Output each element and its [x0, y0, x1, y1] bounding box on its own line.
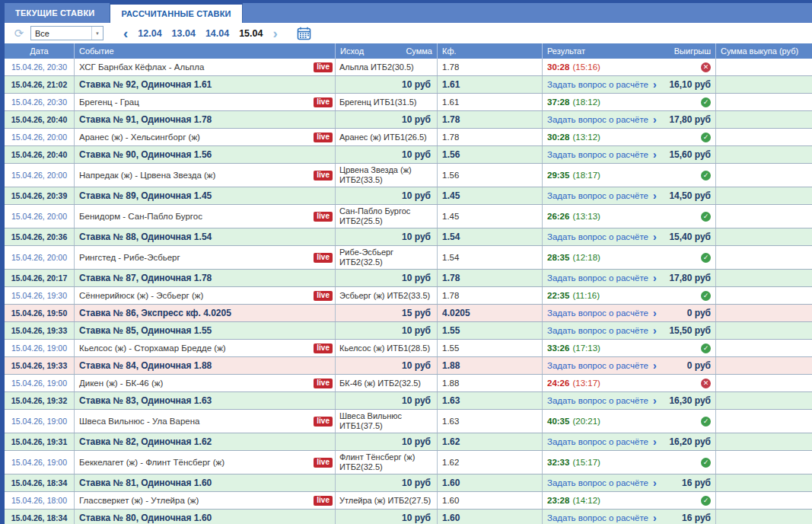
score: 37:28 (18:12): [547, 97, 600, 107]
buyback-cell: [716, 164, 812, 187]
date-link-selected[interactable]: 15.04: [239, 28, 263, 39]
match-row: 15.04.26, 20:00 Аранес (ж) - Хельсингбор…: [5, 129, 812, 146]
score-main: 37:28: [547, 97, 569, 107]
sum-cell: 10 руб: [336, 474, 438, 491]
buyback-cell: [716, 59, 812, 75]
coef-cell: 1.45: [438, 205, 543, 228]
sum-cell: 10 руб: [336, 111, 438, 128]
link-chevron-icon: ›: [653, 514, 657, 522]
coef-cell: 1.88: [438, 357, 543, 374]
ask-question-link[interactable]: Задать вопрос о расчёте ›: [547, 115, 657, 124]
coef-cell: 1.55: [438, 322, 543, 339]
win-amount: 16,30 руб: [669, 395, 711, 406]
ask-question-link[interactable]: Задать вопрос о расчёте ›: [547, 80, 657, 89]
sum-cell: 10 руб: [336, 76, 438, 93]
ask-question-link[interactable]: Задать вопрос о расчёте ›: [547, 232, 657, 241]
prev-date-chevron-icon[interactable]: ‹: [122, 27, 129, 40]
event-label: Дикен (ж) - БК-46 (ж): [79, 379, 163, 388]
score-halftime: (18:12): [572, 97, 600, 107]
buyback-cell: [716, 510, 812, 524]
check-icon: ✓: [701, 458, 711, 468]
ask-question-link[interactable]: Задать вопрос о расчёте ›: [547, 308, 657, 318]
result-cell: 30:28 (15:16) ✕: [543, 59, 716, 75]
score: 40:35 (20:21): [547, 417, 600, 426]
cross-icon: ✕: [701, 62, 711, 72]
score-halftime: (17:13): [572, 343, 600, 353]
ask-question-link[interactable]: Задать вопрос о расчёте ›: [547, 273, 657, 283]
link-chevron-icon: ›: [653, 397, 657, 405]
bet-title-cell: Ставка № 91, Одиночная 1.78: [75, 111, 336, 128]
live-badge: live: [314, 212, 333, 222]
ask-question-link[interactable]: Задать вопрос о расчёте ›: [547, 478, 657, 487]
date-cell: 15.04.26, 20:00: [5, 246, 75, 269]
event-cell: Глассверкет (ж) - Утлейра (ж) live: [75, 492, 336, 509]
bet-row: 15.04.26, 20:40 Ставка № 91, Одиночная 1…: [5, 111, 812, 129]
buyback-cell: [716, 451, 812, 474]
ask-question-link[interactable]: Задать вопрос о расчёте ›: [547, 513, 657, 522]
filter-dropdown[interactable]: Все ▼: [30, 26, 103, 40]
link-chevron-icon: ›: [653, 309, 657, 318]
score: 29:35 (18:17): [547, 171, 600, 180]
sum-cell: 10 руб: [336, 187, 438, 204]
cross-icon: ✕: [701, 379, 711, 388]
tab-calculated-bets[interactable]: РАССЧИТАННЫЕ СТАВКИ: [110, 3, 242, 23]
date-cell: 15.04.26, 20:00: [5, 129, 75, 145]
ask-question-label: Задать вопрос о расчёте: [547, 478, 648, 487]
header-win: Выигрыш: [674, 46, 711, 56]
result-cell: 33:26 (17:13) ✓: [543, 340, 716, 356]
date-link[interactable]: 12.04: [138, 28, 161, 39]
result-cell: Задать вопрос о расчёте › 16,20 руб: [543, 433, 716, 450]
bet-row: 15.04.26, 21:02 Ставка № 92, Одиночная 1…: [5, 76, 812, 94]
ask-question-link[interactable]: Задать вопрос о расчёте ›: [547, 326, 657, 335]
date-cell: 15.04.26, 21:02: [5, 76, 75, 93]
event-cell: Аранес (ж) - Хельсингборг (ж) live: [75, 129, 336, 145]
coef-cell: 1.78: [438, 287, 543, 304]
result-cell: 40:35 (20:21) ✓: [543, 410, 716, 433]
score: 23:28 (14:12): [547, 496, 600, 505]
bet-title-cell: Ставка № 90, Одиночная 1.56: [75, 146, 336, 163]
tab-current-bets[interactable]: ТЕКУЩИЕ СТАВКИ: [5, 3, 105, 23]
coef-cell: 4.0205: [438, 305, 543, 321]
result-cell: 29:35 (18:17) ✓: [543, 164, 716, 187]
ask-question-link[interactable]: Задать вопрос о расчёте ›: [547, 191, 657, 200]
score: 30:28 (13:12): [547, 133, 600, 142]
event-cell: ХСГ Барнбах Кёфлах - Альпла live: [75, 59, 336, 75]
coef-cell: 1.78: [438, 59, 543, 75]
ask-question-link[interactable]: Задать вопрос о расчёте ›: [547, 150, 657, 159]
date-link[interactable]: 13.04: [172, 28, 196, 39]
header-coef: Кф.: [438, 43, 543, 59]
ask-question-label: Задать вопрос о расчёте: [547, 326, 648, 335]
bet-title-cell: Ставка № 87, Одиночная 1.78: [75, 270, 336, 286]
bet-title-cell: Ставка № 83, Одиночная 1.63: [75, 392, 336, 409]
win-amount: 17,80 руб: [669, 114, 711, 125]
sum-cell: 10 руб: [336, 510, 438, 524]
date-link[interactable]: 14.04: [205, 28, 229, 39]
ask-question-label: Задать вопрос о расчёте: [547, 396, 648, 405]
ask-question-link[interactable]: Задать вопрос о расчёте ›: [547, 437, 657, 446]
check-icon: ✓: [701, 496, 711, 506]
ask-question-link[interactable]: Задать вопрос о расчёте ›: [547, 396, 657, 405]
calendar-icon[interactable]: [297, 27, 311, 40]
header-sum: Сумма: [406, 46, 432, 56]
sum-cell: 10 руб: [336, 357, 438, 374]
bet-row: 15.04.26, 20:39 Ставка № 89, Одиночная 1…: [5, 187, 812, 205]
filter-dropdown-value: Все: [31, 29, 49, 38]
result-cell: Задать вопрос о расчёте › 0 руб: [543, 305, 716, 321]
match-row: 15.04.26, 19:00 Беккелагет (ж) - Флинт Т…: [5, 451, 812, 474]
coef-cell: 1.54: [438, 228, 543, 245]
check-icon: ✓: [701, 343, 711, 353]
date-cell: 15.04.26, 19:31: [5, 433, 75, 450]
score-halftime: (13:13): [572, 212, 600, 221]
refresh-icon[interactable]: ⟳: [12, 27, 26, 40]
live-badge: live: [314, 417, 333, 427]
coef-cell: 1.78: [438, 129, 543, 145]
event-cell: Брегенц - Грац live: [75, 94, 336, 110]
ask-question-link[interactable]: Задать вопрос о расчёте ›: [547, 361, 657, 370]
buyback-cell: [716, 111, 812, 128]
bets-app-window: ТЕКУЩИЕ СТАВКИ РАССЧИТАННЫЕ СТАВКИ ⟳ Все…: [0, 0, 812, 524]
next-date-chevron-icon[interactable]: ›: [271, 27, 279, 40]
event-cell: Напредак (ж) - Црвена Звезда (ж) live: [75, 164, 336, 187]
score-main: 32:33: [547, 458, 569, 467]
coef-cell: 1.54: [438, 246, 543, 269]
date-cell: 15.04.26, 20:00: [5, 164, 75, 187]
